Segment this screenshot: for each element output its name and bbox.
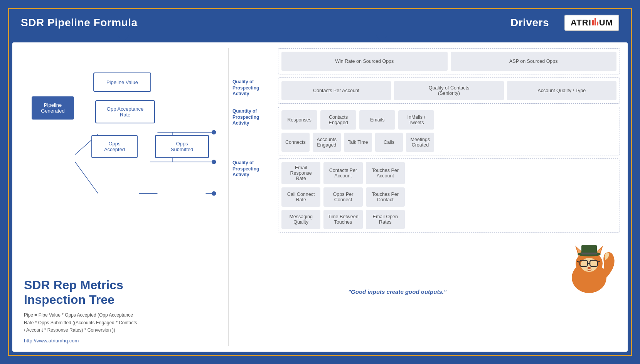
- logo-bar-1: [592, 20, 594, 25]
- card-touches-per-account: Touches PerAccount: [366, 162, 405, 184]
- right-panel: Win Rate on Sourced Opps ASP on Sourced …: [229, 42, 628, 352]
- node-opp-acceptance-rate: Opp Acceptance Rate: [95, 100, 155, 123]
- sdr-link[interactable]: http://www.atriumhq.com: [24, 338, 79, 344]
- card-inmails-tweets: InMails / Tweets: [398, 110, 434, 130]
- svg-rect-27: [581, 253, 597, 254]
- outer-wrapper: SDR Pipeline Formula Drivers ATRI UM: [8, 8, 632, 356]
- logo-box: ATRI UM: [564, 15, 619, 31]
- section-quality1: Quality ofProspectingActivity Contacts P…: [232, 78, 620, 104]
- card-time-between-touches: Time BetweenTouches: [323, 210, 362, 229]
- node-pipeline-generated: Pipeline Generated: [32, 96, 74, 120]
- sdr-info: SDR Rep Metrics Inspection Tree Pipe = P…: [24, 274, 221, 344]
- card-asp: ASP on Sourced Opps: [451, 52, 617, 71]
- triangle-left-icon: [117, 35, 130, 42]
- section-label-quality2: Quality ofProspectingActivity: [232, 158, 275, 233]
- quantity-row1: Responses Contacts Engaged Emails InMail…: [281, 110, 434, 130]
- section-cards-quality1: Contacts Per Account Quality of Contacts…: [278, 78, 620, 104]
- quality2-row1: Email ResponseRate Contacts PerAccount T…: [281, 162, 405, 184]
- svg-point-24: [588, 267, 591, 269]
- header-title-left: SDR Pipeline Formula: [21, 17, 138, 29]
- section-cards-quality2: Email ResponseRate Contacts PerAccount T…: [278, 158, 620, 233]
- card-email-open-rates: Email Open Rates: [366, 210, 405, 229]
- logo-bars: [592, 18, 598, 25]
- svg-point-10: [212, 160, 216, 164]
- card-talk-time: Talk Time: [344, 133, 372, 152]
- card-quality-of-contacts: Quality of Contacts(Seniority): [394, 81, 504, 100]
- left-panel: Pipeline Generated Pipeline Value Opp Ac…: [12, 42, 228, 352]
- header-title-right: Drivers: [510, 17, 549, 29]
- pipeline-tree: Pipeline Generated Pipeline Value Opp Ac…: [24, 54, 221, 274]
- top-row: Win Rate on Sourced Opps ASP on Sourced …: [232, 48, 620, 74]
- card-call-connect-rate: Call ConnectRate: [281, 187, 320, 207]
- bottom-row: "Good inputs create good outputs.": [232, 237, 620, 295]
- logo-text: ATRI UM: [571, 18, 613, 28]
- card-account-quality-type: Account Quality / Type: [507, 81, 616, 100]
- card-calls: Calls: [375, 133, 403, 152]
- card-connects: Connects: [281, 133, 310, 152]
- card-win-rate: Win Rate on Sourced Opps: [281, 52, 448, 71]
- card-responses: Responses: [281, 110, 317, 130]
- node-pipeline-value: Pipeline Value: [93, 72, 151, 92]
- top-cards: Win Rate on Sourced Opps ASP on Sourced …: [278, 48, 620, 74]
- section-quantity: Quantity ofProspectingActivity Responses…: [232, 107, 620, 155]
- header-titles: SDR Pipeline Formula Drivers: [21, 17, 564, 29]
- quality2-row3: MessagingQuality Time BetweenTouches Ema…: [281, 210, 405, 229]
- svg-line-1: [75, 162, 98, 194]
- card-email-response-rate: Email ResponseRate: [281, 162, 320, 184]
- sdr-formula: Pipe = Pipe Value * Opps Accepted (Opp A…: [24, 312, 221, 334]
- section-cards-quantity: Responses Contacts Engaged Emails InMail…: [278, 107, 620, 155]
- fox-illustration: [558, 237, 620, 295]
- node-opps-accepted: Opps Accepted: [91, 135, 138, 158]
- card-messaging-quality: MessagingQuality: [281, 210, 320, 229]
- card-contacts-per-account1: Contacts Per Account: [281, 81, 391, 100]
- logo-bar-2: [595, 18, 596, 25]
- section-label-quality1: Quality ofProspectingActivity: [232, 78, 275, 104]
- card-contacts-engaged: Contacts Engaged: [320, 110, 356, 130]
- triangle-row: [9, 35, 631, 42]
- main-content: Pipeline Generated Pipeline Value Opp Ac…: [12, 42, 628, 352]
- header: SDR Pipeline Formula Drivers ATRI UM: [9, 9, 631, 35]
- quote-text: "Good inputs create good outputs.": [236, 288, 558, 295]
- quality2-row2: Call ConnectRate Opps Per Connect Touche…: [281, 187, 405, 207]
- card-emails: Emails: [359, 110, 395, 130]
- card-opps-per-connect: Opps Per Connect: [323, 187, 362, 207]
- card-touches-per-contact: Touches PerContact: [366, 187, 405, 207]
- sdr-title: SDR Rep Metrics Inspection Tree: [24, 278, 221, 307]
- section-label-quantity: Quantity ofProspectingActivity: [232, 107, 275, 155]
- node-opps-submitted: Opps Submitted: [155, 135, 209, 158]
- top-row-spacer: [232, 48, 275, 74]
- card-contacts-per-account2: Contacts PerAccount: [323, 162, 362, 184]
- section-quality2: Quality ofProspectingActivity Email Resp…: [232, 158, 620, 233]
- card-meetings-created: MeetingsCreated: [406, 133, 434, 152]
- svg-point-9: [212, 130, 216, 135]
- fox-svg: [558, 237, 620, 295]
- card-accounts-engaged: AccountsEngaged: [313, 133, 341, 152]
- quantity-row2: Connects AccountsEngaged Talk Time Calls…: [281, 133, 434, 152]
- quote-container: "Good inputs create good outputs.": [232, 287, 558, 295]
- svg-point-11: [212, 191, 216, 196]
- logo-bar-3: [597, 22, 598, 25]
- triangle-right-icon: [376, 35, 388, 42]
